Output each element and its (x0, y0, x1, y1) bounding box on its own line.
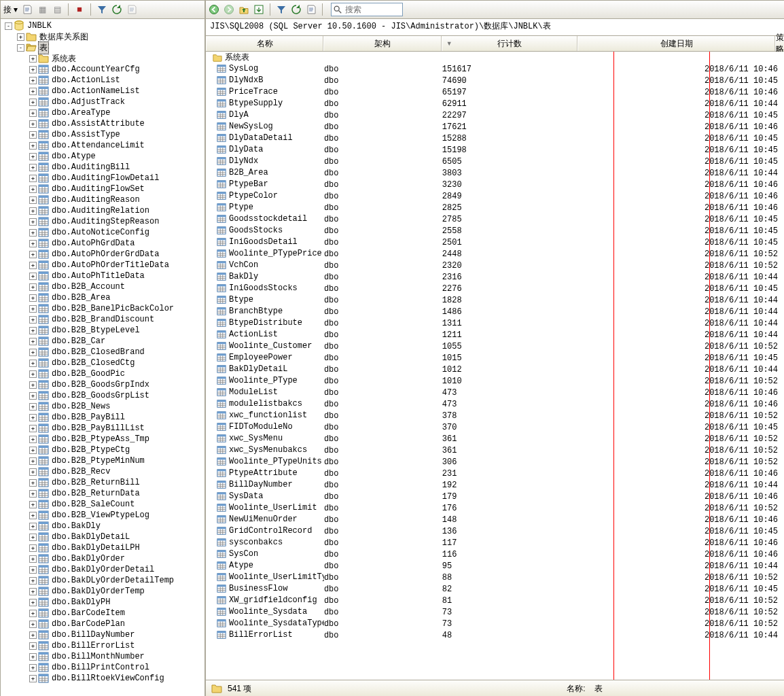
tree-node[interactable]: +dbo.B2B_ClosedBrand (1, 347, 204, 358)
filter2-icon[interactable] (276, 4, 287, 15)
table-row[interactable]: Woolinte_PTypePricedbo24482018/6/11 10:5… (206, 248, 784, 260)
table-row[interactable]: Atypedbo952018/6/11 10:44 (206, 560, 784, 572)
expand-toggle[interactable]: + (29, 120, 37, 128)
tree-node[interactable]: +dbo.B2B_Car (1, 336, 204, 347)
expand-toggle[interactable]: + (29, 512, 37, 519)
expand-toggle[interactable]: + (29, 621, 37, 628)
tree-node[interactable]: +系统表 (1, 53, 204, 64)
table-row[interactable]: NewUiMenuOrderdbo1482018/6/11 10:46 (206, 514, 784, 525)
tree-node[interactable]: +dbo.B2B_ReturnBill (1, 477, 204, 488)
tree-node[interactable]: +dbo.B2B_PtypeMinNum (1, 455, 204, 466)
table-row[interactable]: Woolinte_Customerdbo10552018/6/11 10:52 (206, 341, 784, 352)
tree-node[interactable]: +dbo.B2B_BrandDiscount (1, 314, 204, 325)
tree-node[interactable]: +dbo.B2B_PayBillList (1, 423, 204, 434)
object-explorer-tree[interactable]: -JNBLK+数据库关系图-表+系统表+dbo.AccountYearCfg+d… (1, 19, 204, 696)
expand-toggle[interactable]: + (29, 229, 37, 237)
table-row[interactable]: BtypeDistributedbo13112018/6/11 10:44 (206, 317, 784, 329)
table-row[interactable]: sysconbakcsdbo1172018/6/11 10:46 (206, 537, 784, 549)
tree-node[interactable]: +dbo.B2B_ClosedCtg (1, 358, 204, 368)
expand-toggle[interactable]: - (5, 22, 12, 30)
tree-node[interactable]: +dbo.AutoNoticeConfig (1, 227, 204, 238)
table-row[interactable]: xwc_SysMenubakcsdbo3612018/6/11 10:52 (206, 445, 784, 456)
expand-toggle[interactable]: + (29, 555, 37, 563)
tree-node[interactable]: +dbo.BakDlyOrder (1, 553, 204, 564)
connect-button[interactable]: 接 ▾ (3, 4, 18, 15)
expand-toggle[interactable]: + (29, 99, 37, 106)
col-schema[interactable]: 架构 (323, 36, 441, 51)
tree-node[interactable]: +dbo.BillPrintControl (1, 662, 204, 673)
up-icon[interactable] (238, 4, 249, 15)
expand-toggle[interactable]: + (29, 55, 37, 63)
expand-toggle[interactable]: + (29, 675, 37, 682)
table-row[interactable]: Woolinte_UserLimitdbo1762018/6/11 10:52 (206, 502, 784, 514)
tree-node[interactable]: +dbo.B2B_Account (1, 281, 204, 292)
expand-toggle[interactable]: + (29, 631, 37, 639)
tree-node[interactable]: +dbo.B2B_News (1, 401, 204, 412)
expand-toggle[interactable]: + (29, 240, 37, 247)
table-row[interactable]: BusinessFlowdbo822018/6/11 10:45 (206, 583, 784, 595)
tree-node[interactable]: +dbo.BillRtoekViewConfig (1, 673, 204, 684)
tree-node[interactable]: +dbo.B2B_Recv (1, 466, 204, 477)
tree-node[interactable]: +dbo.B2B_GoodsGrpList (1, 390, 204, 401)
tree-node[interactable]: +dbo.B2B_ViewPtypeLog (1, 510, 204, 521)
stop-icon[interactable] (74, 4, 85, 15)
expand-toggle[interactable]: + (29, 186, 37, 193)
expand-toggle[interactable]: + (29, 142, 37, 150)
expand-toggle[interactable]: + (29, 425, 37, 432)
expand-toggle[interactable]: + (29, 251, 37, 258)
tree-node[interactable]: +dbo.AuditingReason (1, 194, 204, 205)
expand-toggle[interactable]: + (29, 349, 37, 356)
search-input[interactable] (344, 4, 401, 15)
tree-node[interactable]: +数据库关系图 (1, 31, 204, 42)
table-row[interactable]: BakDlyDetaiLdbo10122018/6/11 10:44 (206, 364, 784, 375)
tree-node[interactable]: +dbo.BillMonthNumber (1, 651, 204, 662)
group-row[interactable]: 系统表 (206, 52, 784, 63)
refresh-icon[interactable] (111, 4, 122, 15)
expand-toggle[interactable]: + (29, 414, 37, 421)
expand-toggle[interactable]: + (29, 599, 37, 606)
search-box[interactable] (331, 3, 403, 16)
expand-toggle[interactable]: + (29, 642, 37, 650)
table-row[interactable]: modulelistbakcsdbo4732018/6/11 10:46 (206, 398, 784, 410)
table-row[interactable]: SysLogdbo1516172018/6/11 10:46 (206, 63, 784, 75)
table-row[interactable]: IniGoodsStocksdbo22762018/6/11 10:45 (206, 283, 784, 294)
filter-icon[interactable] (96, 4, 107, 15)
table-row[interactable]: SysDatadbo1792018/6/11 10:46 (206, 491, 784, 502)
tree-node[interactable]: +dbo.AuditingStepReason (1, 216, 204, 227)
table-row[interactable]: VchCondbo23202018/6/11 10:52 (206, 260, 784, 271)
table-row[interactable]: PtypeBardbo32302018/6/11 10:46 (206, 179, 784, 190)
table-row[interactable]: DlyNdxdbo65052018/6/11 10:45 (206, 156, 784, 167)
expand-toggle[interactable]: + (29, 610, 37, 617)
table-row[interactable]: Woolinte_PTypedbo10102018/6/11 10:52 (206, 375, 784, 387)
table-row[interactable]: Btypedbo18282018/6/11 10:44 (206, 294, 784, 306)
table-row[interactable]: Woolinte_UserLimitTypedbo882018/6/11 10:… (206, 572, 784, 583)
table-row[interactable]: xwc_SysMenudbo3612018/6/11 10:52 (206, 433, 784, 445)
expand-toggle[interactable]: + (29, 294, 37, 302)
tree-node[interactable]: +dbo.B2B_ReturnData (1, 488, 204, 499)
script2-icon[interactable] (306, 4, 317, 15)
tree-node[interactable]: +dbo.AutoPhGrdData (1, 238, 204, 249)
col-rowcount[interactable]: 行计数 (442, 36, 577, 51)
tree-node[interactable]: +dbo.AuditingFlowDetail (1, 173, 204, 184)
tree-node[interactable]: +dbo.AssistAttribute (1, 118, 204, 129)
tree-node[interactable]: +dbo.AutoPhOrderGrdData (1, 249, 204, 260)
tree-node[interactable]: +dbo.BakDlyOrderDetail (1, 564, 204, 575)
expand-toggle[interactable]: + (29, 131, 37, 139)
expand-toggle[interactable]: + (29, 403, 37, 411)
tree-node[interactable]: +dbo.AutoPhTitleData (1, 271, 204, 281)
table-row[interactable]: Goodsstockdetaildbo27852018/6/11 10:45 (206, 213, 784, 225)
table-row[interactable]: GridControlRecorddbo1362018/6/11 10:45 (206, 525, 784, 537)
back-icon[interactable] (209, 4, 219, 15)
refresh2-icon[interactable] (291, 4, 302, 15)
expand-toggle[interactable]: + (29, 316, 37, 324)
tree-node[interactable]: +dbo.AdjustTrack (1, 97, 204, 107)
expand-toggle[interactable]: + (29, 457, 37, 465)
tree-node[interactable]: +dbo.BillDayNumber (1, 629, 204, 640)
tree-node[interactable]: -JNBLK (1, 20, 204, 31)
tree-node[interactable]: -表 (1, 42, 204, 53)
tree-node[interactable]: +dbo.Atype (1, 151, 204, 162)
tree-node[interactable]: +dbo.B2B_SaleCount (1, 499, 204, 510)
table-row[interactable]: PtypeColordbo28492018/6/11 10:46 (206, 190, 784, 202)
new-dropdown[interactable] (22, 4, 33, 15)
table-row[interactable]: DlyAdbo222972018/6/11 10:45 (206, 109, 784, 121)
